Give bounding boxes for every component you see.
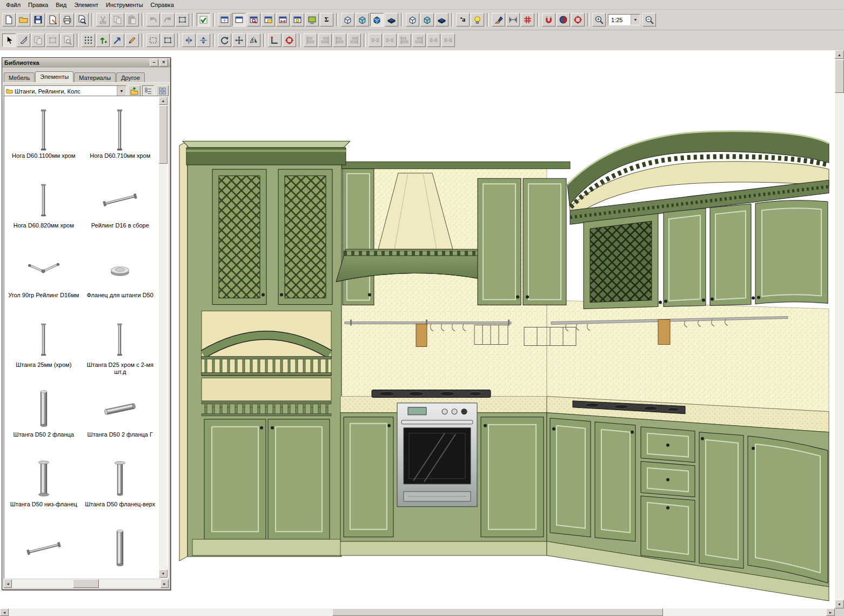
library-title-bar[interactable]: Библиотека – × — [2, 58, 170, 68]
view-details-button[interactable] — [142, 85, 155, 97]
snap-button[interactable] — [542, 13, 555, 26]
library-item[interactable] — [82, 516, 159, 578]
ungroup-button[interactable] — [441, 34, 455, 47]
view-lighting-button[interactable] — [291, 13, 304, 26]
tall-cabinet[interactable] — [179, 141, 350, 561]
perspective-button[interactable] — [420, 13, 434, 26]
select-handles-button[interactable] — [161, 34, 175, 47]
vertical-scroll-thumb[interactable] — [159, 105, 168, 164]
tab-materials[interactable]: Материалы — [74, 72, 116, 82]
undo-button[interactable] — [146, 13, 160, 26]
zoom-out-button[interactable] — [642, 13, 656, 26]
vertical-scroll-thumb[interactable] — [835, 59, 844, 93]
print-preview-button[interactable] — [75, 13, 89, 26]
mirror-tool-button[interactable] — [247, 34, 260, 47]
folder-up-button[interactable] — [128, 85, 140, 97]
select-tool-button[interactable] — [2, 34, 16, 47]
redo-button[interactable] — [161, 13, 175, 26]
scroll-up-button[interactable]: ▲ — [835, 50, 844, 59]
category-dropdown-arrow[interactable]: ▼ — [117, 86, 126, 96]
scroll-down-button[interactable]: ▼ — [835, 600, 844, 608]
align-axis-h-button[interactable] — [197, 34, 210, 47]
text-tool-button[interactable]: ªa — [456, 13, 470, 26]
shaded-view-button[interactable] — [356, 13, 369, 26]
distribute-v-button[interactable] — [383, 34, 397, 47]
copy-button[interactable] — [111, 13, 124, 26]
library-vertical-scrollbar[interactable]: ▲ ▼ — [159, 97, 168, 578]
plan-projection-button[interactable] — [435, 13, 448, 26]
slab-view-button[interactable] — [385, 13, 398, 26]
align-axis-v-button[interactable] — [182, 34, 196, 47]
materials-button[interactable] — [492, 13, 505, 26]
trim-tool-button[interactable] — [17, 34, 30, 47]
select-rect-button[interactable] — [146, 34, 160, 47]
distribute-h-button[interactable] — [369, 34, 382, 47]
open-button[interactable] — [17, 13, 30, 26]
library-item[interactable]: Нога D60.710мм хром — [82, 98, 159, 168]
center-tool-button[interactable] — [283, 34, 296, 47]
new-document-button[interactable] — [2, 13, 16, 26]
menu-element[interactable]: Элемент — [70, 1, 102, 9]
corner-tool-button[interactable] — [268, 34, 282, 47]
axonometry-button[interactable] — [406, 13, 419, 26]
zoom-level-combo[interactable]: 1:25 ▼ — [608, 14, 640, 25]
vector-tool-button[interactable] — [111, 34, 124, 47]
canvas-horizontal-scrollbar[interactable]: ◄ ► — [0, 608, 835, 616]
solid-view-button[interactable] — [370, 13, 384, 26]
tab-elements[interactable]: Элементы — [35, 71, 73, 82]
tab-furniture[interactable]: Мебель — [4, 72, 35, 82]
save-button[interactable] — [31, 13, 45, 26]
cooktop-left[interactable] — [372, 390, 491, 398]
light-source-button[interactable] — [471, 13, 484, 26]
move-tool-button[interactable] — [232, 34, 246, 47]
library-item[interactable]: Штанга D50 фланец-верх — [82, 446, 159, 516]
library-item[interactable]: Штанга 25мм (хром) — [5, 307, 82, 377]
inspect-tool-button[interactable] — [61, 34, 74, 47]
minimize-button[interactable]: – — [150, 59, 158, 66]
print-button[interactable] — [61, 13, 74, 26]
align-right-button[interactable] — [318, 34, 332, 47]
align-top-button[interactable] — [333, 34, 346, 47]
confirm-toggle-button[interactable] — [197, 13, 210, 26]
rotate-tool-button[interactable] — [218, 34, 231, 47]
edit-document-button[interactable] — [46, 13, 59, 26]
view-dimensions-button[interactable] — [276, 13, 290, 26]
wireframe-view-button[interactable] — [341, 13, 354, 26]
space-equal-v-button[interactable] — [412, 34, 426, 47]
origin-button[interactable] — [571, 13, 585, 26]
raise-object-button[interactable] — [96, 34, 110, 47]
menu-edit[interactable]: Правка — [24, 1, 52, 9]
menu-view[interactable]: Вид — [52, 1, 70, 9]
paste-button[interactable] — [125, 13, 139, 26]
menu-help[interactable]: Справка — [147, 1, 178, 9]
draw-tool-button[interactable] — [125, 34, 139, 47]
scroll-down-button[interactable]: ▼ — [159, 570, 168, 578]
view-labels-button[interactable] — [262, 13, 275, 26]
zoom-dropdown-arrow[interactable]: ▼ — [631, 15, 640, 25]
scroll-up-button[interactable]: ▲ — [159, 97, 168, 105]
scroll-left-button[interactable]: ◄ — [4, 579, 12, 588]
cut-button[interactable] — [96, 13, 110, 26]
tab-other[interactable]: Другое — [116, 72, 145, 82]
library-item[interactable] — [5, 516, 82, 578]
align-bottom-button[interactable] — [347, 34, 361, 47]
view-find-button[interactable] — [247, 13, 260, 26]
canvas-vertical-scrollbar[interactable]: ▲ ▼ — [835, 50, 844, 608]
scroll-right-button[interactable]: ► — [826, 608, 835, 616]
render-button[interactable] — [557, 13, 570, 26]
close-button[interactable]: × — [159, 59, 168, 66]
clone-tool-button[interactable] — [31, 34, 45, 47]
library-item[interactable]: Штанга D25 хром с 2-мя шт.д — [82, 307, 159, 377]
library-item[interactable]: Штанга D50 2 фланца — [5, 377, 82, 446]
group-button[interactable] — [427, 34, 440, 47]
scroll-right-button[interactable]: ► — [160, 579, 169, 588]
view-project-button[interactable] — [218, 13, 231, 26]
stretch-tool-button[interactable] — [46, 34, 59, 47]
horizontal-scroll-thumb[interactable] — [332, 608, 663, 616]
scroll-left-button[interactable]: ◄ — [0, 608, 9, 616]
grid-button[interactable] — [521, 13, 534, 26]
view-monitor-button[interactable] — [305, 13, 319, 26]
view-plan-button[interactable] — [232, 13, 246, 26]
measure-button[interactable] — [506, 13, 520, 26]
library-item[interactable]: Нога D60.1100мм хром — [5, 98, 82, 168]
